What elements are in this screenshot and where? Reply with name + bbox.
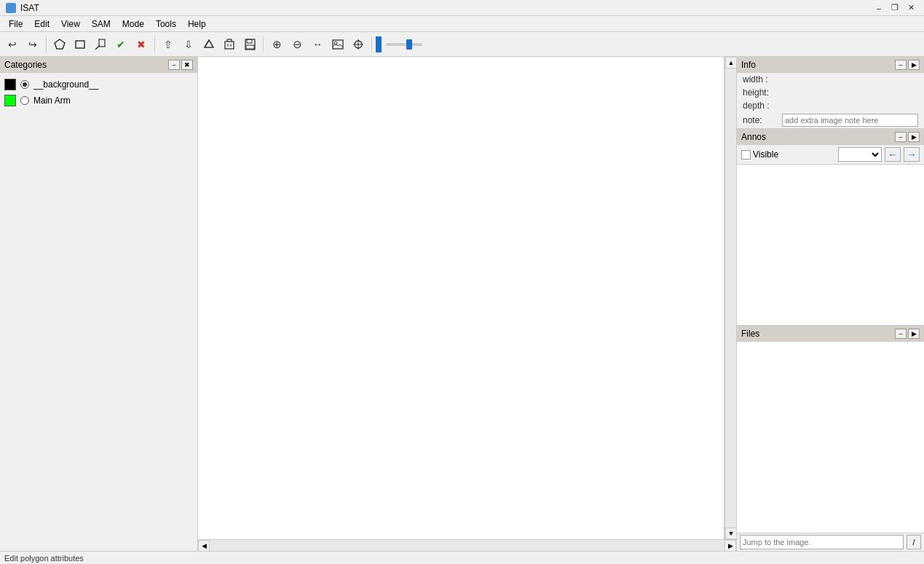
vertical-scrollbar[interactable]: ▲ ▼: [724, 57, 736, 539]
accept-button[interactable]: ✔: [111, 35, 130, 54]
categories-close-btn[interactable]: ✖: [181, 60, 193, 70]
scroll-down-arrow[interactable]: ▼: [725, 528, 736, 539]
draw-rect-button[interactable]: [71, 35, 90, 54]
toolbar-slider: [376, 36, 425, 52]
annos-next-btn[interactable]: →: [904, 147, 920, 162]
files-expand-btn[interactable]: ▶: [908, 329, 920, 339]
files-panel-header: Files – ▶: [737, 326, 924, 342]
menu-mode[interactable]: Mode: [117, 17, 150, 31]
crosshair-button[interactable]: [349, 35, 368, 54]
redo-button[interactable]: ↪: [23, 35, 42, 54]
menu-edit[interactable]: Edit: [28, 17, 55, 31]
info-width-label: width :: [743, 74, 779, 85]
move-up-button[interactable]: ⇧: [159, 35, 178, 54]
visible-label: Visible: [753, 149, 778, 160]
scroll-left-arrow[interactable]: ◀: [198, 540, 210, 551]
canvas-scroll-area: ▲ ▼: [198, 57, 736, 539]
svg-line-4: [205, 40, 209, 47]
delete-button[interactable]: [220, 35, 239, 54]
slider-track[interactable]: [386, 43, 422, 46]
files-header-controls: – ▶: [895, 329, 920, 339]
annos-controls: Visible ← →: [737, 145, 924, 165]
visible-checkbox-container: Visible: [741, 149, 778, 160]
fit-width-button[interactable]: ↔: [308, 35, 327, 54]
undo-button[interactable]: ↩: [3, 35, 22, 54]
slider-thumb[interactable]: [406, 39, 412, 50]
draw-polygon-button[interactable]: [50, 35, 69, 54]
title-bar-controls: – ❐ ✕: [872, 2, 918, 14]
info-note-label: note:: [743, 115, 779, 125]
svg-rect-1: [76, 41, 84, 48]
menu-tools[interactable]: Tools: [150, 17, 182, 31]
categories-content: __background__ Main Arm: [0, 73, 197, 551]
category-label-background: __background__: [33, 79, 98, 90]
info-height-row: height:: [737, 86, 924, 99]
info-header-controls: – ▶: [895, 60, 920, 70]
window-title: ISAT: [20, 3, 39, 13]
canvas-container: ▲ ▼ ◀ ▶: [198, 57, 736, 551]
zoom-out-button[interactable]: ⊖: [288, 35, 307, 54]
right-panel: Info – ▶ width : height: depth : note:: [736, 57, 924, 551]
categories-panel: Categories – ✖ __background__ Main Arm: [0, 57, 198, 551]
info-height-label: height:: [743, 87, 779, 98]
categories-minimize-btn[interactable]: –: [168, 60, 180, 70]
canvas-area[interactable]: [198, 57, 724, 539]
open-image-button[interactable]: [328, 35, 347, 54]
info-minimize-btn[interactable]: –: [895, 60, 907, 70]
status-bar: Edit polygon attributes: [0, 551, 924, 564]
annos-prev-btn[interactable]: ←: [885, 147, 901, 162]
edit-node-button[interactable]: [91, 35, 110, 54]
scroll-track-h: [210, 540, 724, 551]
annos-list: [737, 165, 924, 325]
scroll-track-v: [725, 68, 736, 528]
files-minimize-btn[interactable]: –: [895, 329, 907, 339]
info-note-input[interactable]: [782, 114, 918, 127]
categories-panel-header: Categories – ✖: [0, 57, 197, 73]
category-item-mainarm[interactable]: Main Arm: [4, 95, 193, 106]
info-section: Info – ▶ width : height: depth : note:: [737, 57, 924, 129]
category-color-mainarm: [4, 95, 16, 106]
category-item-background[interactable]: __background__: [4, 79, 193, 90]
main-layout: Categories – ✖ __background__ Main Arm: [0, 57, 924, 551]
restore-button[interactable]: ❐: [888, 2, 902, 14]
svg-rect-13: [246, 45, 254, 49]
menu-sam[interactable]: SAM: [86, 17, 117, 31]
category-label-mainarm: Main Arm: [33, 95, 71, 106]
horizontal-scrollbar[interactable]: ◀ ▶: [198, 539, 736, 551]
menu-help[interactable]: Help: [182, 17, 212, 31]
annos-minimize-btn[interactable]: –: [895, 132, 907, 142]
info-depth-row: depth :: [737, 99, 924, 112]
menu-view[interactable]: View: [55, 17, 86, 31]
categories-title: Categories: [4, 60, 47, 70]
toolbar-sep-2: [154, 36, 155, 52]
app-icon: [6, 3, 16, 13]
visible-checkbox[interactable]: [741, 150, 751, 160]
files-jump-input[interactable]: [740, 535, 904, 549]
edit-poly-button[interactable]: [200, 35, 218, 54]
files-list: [737, 342, 924, 533]
info-expand-btn[interactable]: ▶: [908, 60, 920, 70]
files-jump-btn[interactable]: /: [907, 535, 921, 549]
status-text: Edit polygon attributes: [4, 554, 84, 563]
menu-file[interactable]: File: [3, 17, 28, 31]
category-radio-background[interactable]: [20, 80, 29, 89]
scroll-right-arrow[interactable]: ▶: [724, 540, 736, 551]
move-down-button[interactable]: ⇩: [179, 35, 198, 54]
annos-header-controls: – ▶: [895, 132, 920, 142]
cancel-button[interactable]: ✖: [132, 35, 151, 54]
annos-title: Annos: [741, 132, 766, 142]
close-button[interactable]: ✕: [904, 2, 918, 14]
scroll-up-arrow[interactable]: ▲: [725, 57, 736, 68]
category-color-background: [4, 79, 16, 90]
info-width-row: width :: [737, 73, 924, 86]
toolbar-sep-1: [46, 36, 47, 52]
annos-category-dropdown[interactable]: [838, 147, 882, 162]
zoom-in-button[interactable]: ⊕: [267, 35, 286, 54]
save-button[interactable]: [240, 35, 259, 54]
files-section: Files – ▶ /: [737, 326, 924, 551]
category-radio-mainarm[interactable]: [20, 96, 29, 105]
info-depth-label: depth :: [743, 101, 779, 111]
minimize-button[interactable]: –: [872, 2, 886, 14]
annos-expand-btn[interactable]: ▶: [908, 132, 920, 142]
svg-marker-0: [55, 39, 65, 49]
